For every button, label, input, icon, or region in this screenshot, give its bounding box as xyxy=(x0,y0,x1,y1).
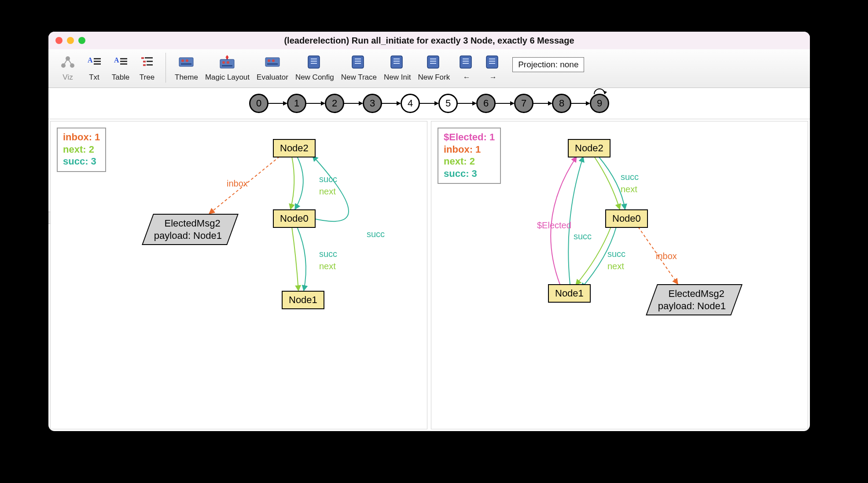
svg-rect-49 xyxy=(489,61,495,62)
svg-rect-18 xyxy=(147,64,153,66)
new-trace-label: New Trace xyxy=(341,73,377,82)
scroll-icon xyxy=(459,53,474,71)
svg-point-27 xyxy=(227,61,229,64)
scroll-icon xyxy=(390,53,405,71)
legend-item-next: next: 2 xyxy=(63,143,100,156)
svg-rect-41 xyxy=(394,63,400,64)
svg-rect-45 xyxy=(463,59,469,59)
trace-state-8[interactable]: 8 xyxy=(552,94,571,113)
svg-rect-24 xyxy=(226,58,228,59)
edge-label-inbox: inbox xyxy=(656,251,677,261)
trace-state-4[interactable]: 4 xyxy=(401,94,420,113)
new-fork-button[interactable]: New Fork xyxy=(414,53,453,82)
left-viz-pane[interactable]: inbox: 1next: 2succ: 3 Node2Node0Node1El… xyxy=(50,121,427,429)
svg-rect-39 xyxy=(394,59,400,59)
next-button[interactable]: → xyxy=(480,53,506,82)
right-viz-pane[interactable]: $Elected: 1inbox: 1next: 2succ: 3 Node2N… xyxy=(431,121,808,429)
message-node[interactable]: ElectedMsg2payload: Node1 xyxy=(142,214,239,245)
svg-rect-42 xyxy=(430,59,436,59)
svg-rect-22 xyxy=(181,63,191,65)
svg-rect-11 xyxy=(120,61,127,62)
new-config-button[interactable]: New Config xyxy=(292,53,338,82)
magic-layout-label: Magic Layout xyxy=(205,73,250,82)
titlebar: (leaderelection) Run all_initiate for ex… xyxy=(48,32,810,49)
legend-item-inbox: inbox: 1 xyxy=(63,131,100,143)
trace-state-0[interactable]: 0 xyxy=(249,94,268,113)
txt-icon: A xyxy=(87,53,102,71)
svg-line-4 xyxy=(68,59,72,66)
prev-button[interactable]: ← xyxy=(453,53,480,82)
svg-marker-69 xyxy=(603,91,607,94)
scroll-icon xyxy=(427,53,441,71)
graph-node-node0[interactable]: Node0 xyxy=(273,209,316,228)
svg-marker-23 xyxy=(225,55,229,58)
svg-text:A: A xyxy=(114,56,119,64)
svg-rect-33 xyxy=(311,59,317,59)
traffic-lights xyxy=(55,37,85,44)
edge-label-succ: succ xyxy=(319,174,337,184)
svg-rect-10 xyxy=(120,58,127,59)
edge-label-succ: succ xyxy=(319,249,337,259)
svg-rect-43 xyxy=(430,61,436,62)
minimize-icon[interactable] xyxy=(67,37,74,44)
svg-rect-29 xyxy=(265,58,280,66)
toolbar: Viz A Txt A Table Tree xyxy=(48,49,810,88)
trace-state-6[interactable]: 6 xyxy=(476,94,496,113)
svg-text:A: A xyxy=(88,56,93,64)
svg-rect-46 xyxy=(463,61,469,62)
app-window: (leaderelection) Run all_initiate for ex… xyxy=(48,32,810,431)
evaluator-button[interactable]: Evaluator xyxy=(253,53,292,82)
graph-node-node2[interactable]: Node2 xyxy=(273,139,316,157)
edge-label-next: next xyxy=(621,184,637,194)
svg-rect-13 xyxy=(141,57,144,59)
svg-rect-50 xyxy=(489,63,495,64)
table-label: Table xyxy=(112,73,130,82)
new-init-button[interactable]: New Init xyxy=(380,53,414,82)
magic-layout-button[interactable]: Magic Layout xyxy=(202,53,253,82)
graph-node-node1[interactable]: Node1 xyxy=(282,291,324,309)
txt-tab[interactable]: A Txt xyxy=(81,53,107,82)
svg-rect-16 xyxy=(147,61,153,62)
close-icon[interactable] xyxy=(55,37,63,44)
table-tab[interactable]: A Table xyxy=(107,53,134,82)
theme-label: Theme xyxy=(175,73,198,82)
tree-tab[interactable]: Tree xyxy=(134,53,160,82)
new-config-label: New Config xyxy=(295,73,334,82)
svg-point-31 xyxy=(272,59,275,62)
trace-state-5[interactable]: 5 xyxy=(438,94,458,113)
graph-node-node0[interactable]: Node0 xyxy=(605,209,648,228)
svg-rect-44 xyxy=(430,63,436,64)
theme-icon xyxy=(177,53,195,71)
edge-label-succ: succ xyxy=(367,229,385,239)
scroll-icon xyxy=(351,53,366,71)
graph-node-node1[interactable]: Node1 xyxy=(548,284,591,303)
scroll-icon xyxy=(485,53,500,71)
next-label: → xyxy=(489,73,497,82)
projection-selector[interactable]: Projection: none xyxy=(512,57,584,72)
svg-rect-25 xyxy=(220,59,234,68)
edge-label-succ: succ xyxy=(574,231,592,242)
edge-label-next: next xyxy=(319,187,336,197)
evaluator-label: Evaluator xyxy=(257,73,288,82)
edge-label-next: next xyxy=(607,261,624,271)
trace-state-9[interactable]: 9 xyxy=(590,94,609,113)
svg-rect-47 xyxy=(463,63,469,64)
tree-label: Tree xyxy=(140,73,154,82)
svg-rect-17 xyxy=(143,64,146,66)
maximize-icon[interactable] xyxy=(78,37,85,44)
trace-state-2[interactable]: 2 xyxy=(325,94,344,113)
magic-layout-icon xyxy=(218,53,236,71)
svg-rect-6 xyxy=(94,58,101,59)
new-fork-label: New Fork xyxy=(418,73,450,82)
message-node[interactable]: ElectedMsg2payload: Node1 xyxy=(646,284,743,315)
theme-button[interactable]: Theme xyxy=(171,53,202,82)
graph-node-node2[interactable]: Node2 xyxy=(568,139,611,157)
trace-state-3[interactable]: 3 xyxy=(363,94,382,113)
svg-rect-14 xyxy=(145,57,153,59)
trace-state-1[interactable]: 1 xyxy=(287,94,306,113)
new-trace-button[interactable]: New Trace xyxy=(338,53,380,82)
trace-state-7[interactable]: 7 xyxy=(514,94,533,113)
table-icon: A xyxy=(113,53,128,71)
viz-tab[interactable]: Viz xyxy=(55,53,81,82)
svg-rect-12 xyxy=(120,63,127,65)
